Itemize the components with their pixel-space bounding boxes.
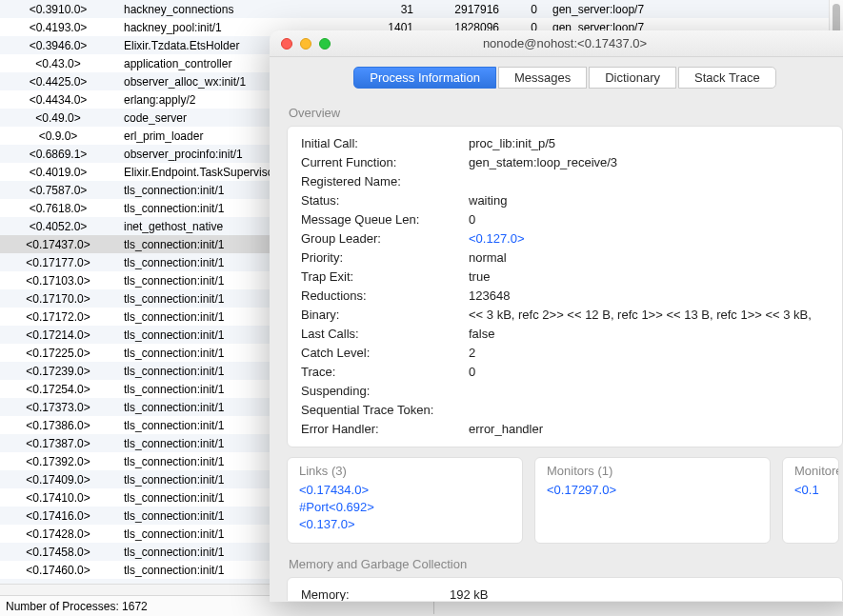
pid-link[interactable]: <0.1 (794, 482, 836, 499)
memory-panel: Memory:192 kBStack and Heaps:191 kBHeap … (287, 577, 843, 601)
links-title: Links (3) (299, 464, 511, 478)
tab-process-information[interactable]: Process Information (353, 67, 496, 89)
overview-row: Binary:<< 3 kB, refc 2>> << 12 B, refc 1… (301, 306, 829, 325)
process-info-window: nonode@nohost:<0.17437.0> Process Inform… (270, 30, 843, 602)
monitors-panel: Monitors (1) <0.17297.0> (534, 457, 771, 544)
overview-row: Sequential Trace Token: (301, 401, 829, 420)
pid-link[interactable]: #Port<0.692> (299, 499, 511, 516)
tab-messages[interactable]: Messages (498, 67, 587, 89)
monitors-title: Monitors (1) (547, 464, 758, 478)
overview-row: Registered Name: (301, 172, 829, 191)
tab-bar: Process InformationMessagesDictionarySta… (270, 57, 843, 96)
overview-row: Catch Level:2 (301, 344, 829, 363)
titlebar[interactable]: nonode@nohost:<0.17437.0> (270, 30, 843, 57)
table-row[interactable]: <0.3910.0>hackney_connections3129179160g… (0, 0, 843, 18)
overview-row: Trap Exit:true (301, 268, 829, 287)
close-icon[interactable] (281, 38, 292, 50)
monitored-by-title: Monitored by (794, 464, 836, 478)
overview-heading: Overview (289, 106, 843, 120)
overview-row: Last Calls:false (301, 325, 829, 344)
overview-row: Error Handler:error_handler (301, 420, 829, 439)
pid-link[interactable]: <0.17434.0> (299, 482, 511, 499)
status-text: Number of Processes: 1672 (6, 600, 148, 613)
overview-row: Trace:0 (301, 363, 829, 382)
overview-row: Initial Call:proc_lib:init_p/5 (301, 134, 829, 153)
overview-row: Current Function:gen_statem:loop_receive… (301, 153, 829, 172)
pid-link[interactable]: <0.127.0> (469, 229, 829, 248)
window-title: nonode@nohost:<0.17437.0> (270, 36, 843, 50)
memory-row: Memory:192 kB (301, 586, 829, 601)
overview-row: Status:waiting (301, 191, 829, 210)
zoom-icon[interactable] (319, 38, 331, 50)
overview-panel: Initial Call:proc_lib:init_p/5Current Fu… (287, 126, 843, 447)
monitored-by-panel: Monitored by <0.1 (782, 457, 839, 544)
pid-link[interactable]: <0.137.0> (299, 516, 511, 533)
overview-row: Group Leader:<0.127.0> (301, 229, 829, 248)
tab-dictionary[interactable]: Dictionary (589, 67, 676, 89)
tab-stack-trace[interactable]: Stack Trace (678, 67, 776, 89)
overview-row: Message Queue Len:0 (301, 210, 829, 229)
memory-heading: Memory and Garbage Collection (289, 557, 843, 571)
overview-row: Priority:normal (301, 248, 829, 268)
overview-row: Suspending: (301, 382, 829, 401)
overview-row: Reductions:123648 (301, 287, 829, 306)
links-panel: Links (3) <0.17434.0>#Port<0.692><0.137.… (287, 457, 523, 544)
minimize-icon[interactable] (300, 38, 311, 50)
pid-link[interactable]: <0.17297.0> (547, 482, 758, 499)
